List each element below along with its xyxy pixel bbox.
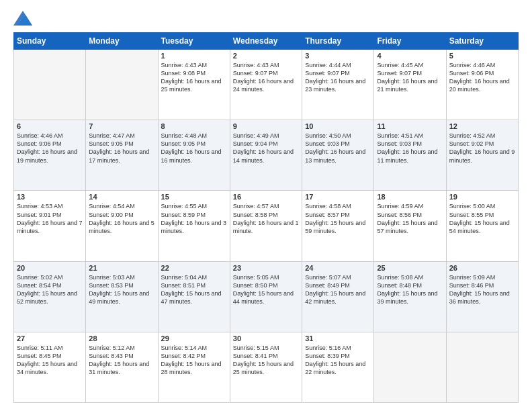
day-info: Sunrise: 4:43 AM Sunset: 9:07 PM Dayligh…: [233, 61, 299, 94]
day-info: Sunrise: 4:46 AM Sunset: 9:06 PM Dayligh…: [17, 132, 83, 165]
calendar-cell: 22Sunrise: 5:04 AM Sunset: 8:51 PM Dayli…: [158, 261, 230, 332]
calendar-cell: 1Sunrise: 4:43 AM Sunset: 9:08 PM Daylig…: [158, 50, 230, 120]
calendar-week-row: 20Sunrise: 5:02 AM Sunset: 8:54 PM Dayli…: [14, 261, 519, 332]
day-number: 15: [161, 193, 227, 201]
day-number: 19: [449, 193, 515, 201]
day-header-friday: Friday: [374, 33, 446, 50]
day-number: 25: [377, 264, 443, 272]
day-number: 2: [233, 52, 299, 60]
calendar-week-row: 27Sunrise: 5:11 AM Sunset: 8:45 PM Dayli…: [14, 332, 519, 402]
day-number: 20: [17, 264, 83, 272]
calendar-cell: 29Sunrise: 5:14 AM Sunset: 8:42 PM Dayli…: [158, 332, 230, 402]
calendar-cell: 19Sunrise: 5:00 AM Sunset: 8:55 PM Dayli…: [446, 191, 518, 261]
day-header-tuesday: Tuesday: [158, 33, 230, 50]
day-info: Sunrise: 5:04 AM Sunset: 8:51 PM Dayligh…: [161, 273, 227, 306]
calendar-cell: 16Sunrise: 4:57 AM Sunset: 8:58 PM Dayli…: [230, 191, 302, 261]
day-info: Sunrise: 4:51 AM Sunset: 9:03 PM Dayligh…: [377, 132, 443, 165]
calendar-week-row: 1Sunrise: 4:43 AM Sunset: 9:08 PM Daylig…: [14, 50, 519, 120]
day-number: 7: [89, 122, 154, 130]
day-info: Sunrise: 5:07 AM Sunset: 8:49 PM Dayligh…: [305, 273, 371, 306]
day-number: 8: [161, 122, 227, 130]
day-number: 12: [449, 122, 515, 130]
calendar-cell: 15Sunrise: 4:55 AM Sunset: 8:59 PM Dayli…: [158, 191, 230, 261]
day-info: Sunrise: 5:09 AM Sunset: 8:46 PM Dayligh…: [449, 273, 515, 306]
calendar-cell: 12Sunrise: 4:52 AM Sunset: 9:02 PM Dayli…: [446, 120, 518, 191]
calendar-cell: [86, 50, 158, 120]
day-info: Sunrise: 5:03 AM Sunset: 8:53 PM Dayligh…: [89, 273, 154, 306]
day-number: 9: [233, 122, 299, 130]
day-number: 10: [305, 122, 371, 130]
calendar-cell: 17Sunrise: 4:58 AM Sunset: 8:57 PM Dayli…: [302, 191, 374, 261]
day-info: Sunrise: 4:54 AM Sunset: 9:00 PM Dayligh…: [89, 202, 154, 235]
day-info: Sunrise: 5:14 AM Sunset: 8:42 PM Dayligh…: [161, 344, 227, 377]
calendar-cell: 11Sunrise: 4:51 AM Sunset: 9:03 PM Dayli…: [374, 120, 446, 191]
logo-icon: [13, 11, 32, 26]
calendar-header-row: SundayMondayTuesdayWednesdayThursdayFrid…: [14, 33, 519, 50]
day-number: 4: [377, 52, 443, 60]
day-number: 30: [233, 334, 299, 342]
day-info: Sunrise: 4:43 AM Sunset: 9:08 PM Dayligh…: [161, 61, 227, 94]
calendar-cell: 8Sunrise: 4:48 AM Sunset: 9:05 PM Daylig…: [158, 120, 230, 191]
day-number: 28: [89, 334, 154, 342]
day-info: Sunrise: 4:45 AM Sunset: 9:07 PM Dayligh…: [377, 61, 443, 94]
calendar-cell: [374, 332, 446, 402]
day-info: Sunrise: 4:50 AM Sunset: 9:03 PM Dayligh…: [305, 132, 371, 165]
calendar-cell: 27Sunrise: 5:11 AM Sunset: 8:45 PM Dayli…: [14, 332, 86, 402]
day-info: Sunrise: 4:52 AM Sunset: 9:02 PM Dayligh…: [449, 132, 515, 165]
calendar-cell: 23Sunrise: 5:05 AM Sunset: 8:50 PM Dayli…: [230, 261, 302, 332]
calendar-cell: 30Sunrise: 5:15 AM Sunset: 8:41 PM Dayli…: [230, 332, 302, 402]
calendar-cell: 25Sunrise: 5:08 AM Sunset: 8:48 PM Dayli…: [374, 261, 446, 332]
calendar-cell: [14, 50, 86, 120]
day-info: Sunrise: 5:12 AM Sunset: 8:43 PM Dayligh…: [89, 344, 154, 377]
day-number: 31: [305, 334, 371, 342]
day-info: Sunrise: 5:08 AM Sunset: 8:48 PM Dayligh…: [377, 273, 443, 306]
day-header-saturday: Saturday: [446, 33, 518, 50]
day-header-monday: Monday: [86, 33, 158, 50]
calendar-cell: 2Sunrise: 4:43 AM Sunset: 9:07 PM Daylig…: [230, 50, 302, 120]
calendar-cell: 14Sunrise: 4:54 AM Sunset: 9:00 PM Dayli…: [86, 191, 158, 261]
calendar-cell: 24Sunrise: 5:07 AM Sunset: 8:49 PM Dayli…: [302, 261, 374, 332]
day-number: 17: [305, 193, 371, 201]
logo: [13, 11, 35, 26]
calendar-cell: 3Sunrise: 4:44 AM Sunset: 9:07 PM Daylig…: [302, 50, 374, 120]
day-info: Sunrise: 4:44 AM Sunset: 9:07 PM Dayligh…: [305, 61, 371, 94]
day-number: 24: [305, 264, 371, 272]
day-info: Sunrise: 4:53 AM Sunset: 9:01 PM Dayligh…: [17, 202, 83, 235]
day-number: 3: [305, 52, 371, 60]
day-info: Sunrise: 4:46 AM Sunset: 9:06 PM Dayligh…: [449, 61, 515, 94]
day-number: 22: [161, 264, 227, 272]
day-info: Sunrise: 4:58 AM Sunset: 8:57 PM Dayligh…: [305, 202, 371, 235]
day-number: 16: [233, 193, 299, 201]
calendar-cell: 5Sunrise: 4:46 AM Sunset: 9:06 PM Daylig…: [446, 50, 518, 120]
day-number: 27: [17, 334, 83, 342]
calendar-cell: 13Sunrise: 4:53 AM Sunset: 9:01 PM Dayli…: [14, 191, 86, 261]
day-number: 14: [89, 193, 154, 201]
day-number: 23: [233, 264, 299, 272]
day-info: Sunrise: 5:16 AM Sunset: 8:39 PM Dayligh…: [305, 344, 371, 377]
calendar-cell: 10Sunrise: 4:50 AM Sunset: 9:03 PM Dayli…: [302, 120, 374, 191]
day-number: 21: [89, 264, 154, 272]
calendar-cell: 6Sunrise: 4:46 AM Sunset: 9:06 PM Daylig…: [14, 120, 86, 191]
day-info: Sunrise: 4:55 AM Sunset: 8:59 PM Dayligh…: [161, 202, 227, 235]
day-header-thursday: Thursday: [302, 33, 374, 50]
calendar-table: SundayMondayTuesdayWednesdayThursdayFrid…: [13, 32, 519, 403]
day-info: Sunrise: 5:05 AM Sunset: 8:50 PM Dayligh…: [233, 273, 299, 306]
day-number: 6: [17, 122, 83, 130]
day-number: 1: [161, 52, 227, 60]
day-info: Sunrise: 5:11 AM Sunset: 8:45 PM Dayligh…: [17, 344, 83, 377]
calendar-week-row: 13Sunrise: 4:53 AM Sunset: 9:01 PM Dayli…: [14, 191, 519, 261]
calendar-cell: 4Sunrise: 4:45 AM Sunset: 9:07 PM Daylig…: [374, 50, 446, 120]
calendar-week-row: 6Sunrise: 4:46 AM Sunset: 9:06 PM Daylig…: [14, 120, 519, 191]
calendar-cell: 21Sunrise: 5:03 AM Sunset: 8:53 PM Dayli…: [86, 261, 158, 332]
day-info: Sunrise: 5:02 AM Sunset: 8:54 PM Dayligh…: [17, 273, 83, 306]
day-info: Sunrise: 4:57 AM Sunset: 8:58 PM Dayligh…: [233, 202, 299, 235]
day-number: 13: [17, 193, 83, 201]
day-number: 11: [377, 122, 443, 130]
day-info: Sunrise: 4:47 AM Sunset: 9:05 PM Dayligh…: [89, 132, 154, 165]
day-number: 18: [377, 193, 443, 201]
day-header-wednesday: Wednesday: [230, 33, 302, 50]
calendar-cell: 26Sunrise: 5:09 AM Sunset: 8:46 PM Dayli…: [446, 261, 518, 332]
day-info: Sunrise: 4:48 AM Sunset: 9:05 PM Dayligh…: [161, 132, 227, 165]
day-info: Sunrise: 4:49 AM Sunset: 9:04 PM Dayligh…: [233, 132, 299, 165]
day-header-sunday: Sunday: [14, 33, 86, 50]
